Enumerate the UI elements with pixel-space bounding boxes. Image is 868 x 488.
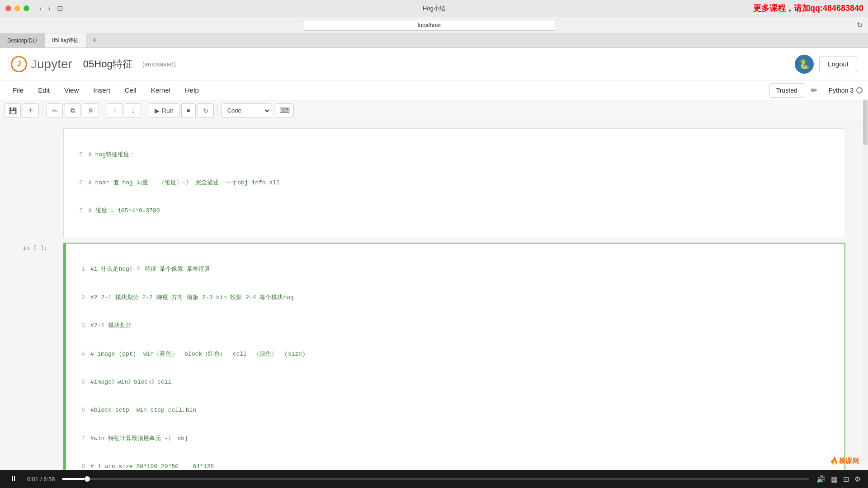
- titlebar: ‹ › ⊡ Hog小结 更多课程，请加qq:484683840: [0, 0, 868, 17]
- active-line-2-content: #2 2·1 模块划分 2·2 梯度 方向 模版 2·3 bin 投影 2·4 …: [90, 293, 294, 303]
- tab-notebook[interactable]: 05Hog特征: [45, 33, 86, 47]
- line-num-5: 5: [69, 150, 83, 160]
- bottom-controls: 🔊 ▦ ⊡ ⚙: [816, 475, 861, 483]
- add-cell-button[interactable]: +: [23, 103, 39, 118]
- move-down-button[interactable]: ↓: [125, 103, 141, 118]
- progress-bar[interactable]: [62, 478, 809, 480]
- tab-notebook-label: 05Hog特征: [52, 37, 79, 44]
- cell-type-select[interactable]: Code: [222, 103, 271, 118]
- active-cell: In [ ]: 1 #1 什么是hog》？ 特征 某个像素 某种运算 2 #2 …: [23, 243, 845, 470]
- refresh-button[interactable]: ↻: [857, 21, 863, 29]
- active-line-1: 1 #1 什么是hog》？ 特征 某个像素 某种运算: [71, 265, 839, 274]
- trusted-button[interactable]: Trusted: [769, 83, 804, 98]
- menu-edit[interactable]: Edit: [31, 84, 57, 97]
- menu-insert[interactable]: Insert: [86, 84, 118, 97]
- header-right: 🐍 Logout: [795, 55, 857, 74]
- window-title: Hog小结: [423, 5, 445, 13]
- active-line-num-6: 6: [71, 406, 85, 415]
- inactive-cell-content[interactable]: 5 # hog特征维度： 6 # haar 值 hog 向量 （维度）-》 完全…: [63, 128, 845, 238]
- settings-icon-2[interactable]: ⊡: [843, 475, 849, 483]
- menu-kernel[interactable]: Kernel: [144, 84, 178, 97]
- active-line-num-1: 1: [71, 265, 85, 274]
- tab-add-button[interactable]: +: [86, 33, 102, 47]
- settings-icon-1[interactable]: ▦: [831, 475, 838, 483]
- keyboard-shortcut-button[interactable]: ⌨: [276, 103, 294, 118]
- time-display: 0:01 / 6:56: [27, 476, 55, 483]
- toolbar: 💾 + ✂ ⧉ ⎘ ↑ ↓ ▶ Run ■ ↻ Code ⌨: [0, 100, 868, 121]
- active-line-7: 7 #win 特征计算最顶层单元 -》 obj: [71, 434, 839, 444]
- nav-arrows: ‹ ›: [37, 4, 53, 14]
- traffic-lights: [5, 5, 29, 11]
- close-button[interactable]: [5, 5, 11, 11]
- notebook-area: 5 # hog特征维度： 6 # haar 值 hog 向量 （维度）-》 完全…: [0, 121, 868, 470]
- kernel-status-circle: [856, 87, 863, 94]
- copy-button[interactable]: ⧉: [65, 103, 81, 118]
- run-button[interactable]: ▶ Run: [149, 103, 179, 118]
- volume-icon[interactable]: 🔊: [816, 475, 826, 483]
- restart-button[interactable]: ↻: [198, 103, 214, 118]
- active-line-3-content: #2·1 模块划分: [90, 321, 132, 331]
- sidebar-toggle-button[interactable]: ⊡: [57, 4, 63, 13]
- tab-desktop[interactable]: Desktop/DL/: [0, 33, 45, 47]
- tab-desktop-label: Desktop/DL/: [7, 38, 37, 44]
- python-logo: 🐍: [795, 55, 814, 74]
- toolbar-separator-4: [217, 105, 218, 116]
- kernel-info: Python 3: [829, 87, 863, 94]
- play-pause-button[interactable]: ⏸: [7, 473, 20, 485]
- url-input[interactable]: [303, 20, 556, 31]
- scrollbar[interactable]: [863, 99, 868, 461]
- code-line-5: 5 # hog特征维度：: [69, 150, 840, 160]
- active-line-4-content: # image (ppt) win（蓝色） block（红色） cell （绿色…: [90, 350, 306, 359]
- active-line-num-4: 4: [71, 350, 85, 359]
- maximize-button[interactable]: [24, 5, 29, 11]
- forward-button[interactable]: ›: [45, 4, 53, 14]
- jupyter-logo-text: Jupyter: [31, 57, 72, 71]
- active-cell-content[interactable]: 1 #1 什么是hog》？ 特征 某个像素 某种运算 2 #2 2·1 模块划分…: [63, 243, 845, 470]
- jupyter-header: J Jupyter 05Hog特征 (autosaved) 🐍 Logout: [0, 48, 868, 80]
- active-line-8-content: # 1 win size 50*100 20*50 64*128: [90, 462, 214, 470]
- tabbar: Desktop/DL/ 05Hog特征 +: [0, 33, 868, 48]
- active-line-5: 5 #image》win》block》cell: [71, 378, 839, 387]
- back-button[interactable]: ‹: [37, 4, 44, 14]
- active-line-num-5: 5: [71, 378, 85, 387]
- jupyter-logo-symbol: J: [17, 60, 21, 68]
- inactive-cell: 5 # hog特征维度： 6 # haar 值 hog 向量 （维度）-》 完全…: [23, 128, 845, 238]
- active-code-area: 1 #1 什么是hog》？ 特征 某个像素 某种运算 2 #2 2·1 模块划分…: [66, 244, 844, 470]
- active-line-5-content: #image》win》block》cell: [90, 378, 171, 387]
- kernel-label: Python 3: [829, 87, 854, 94]
- edit-pencil-icon[interactable]: ✏: [809, 84, 819, 97]
- mooc-logo: 🔥慕课网: [830, 457, 859, 465]
- active-cell-label: In [ ]:: [23, 243, 63, 251]
- menu-right: Trusted ✏ Python 3: [769, 83, 863, 98]
- cut-button[interactable]: ✂: [47, 103, 63, 118]
- logout-button[interactable]: Logout: [819, 56, 857, 72]
- run-label: Run: [162, 107, 174, 114]
- menu-view[interactable]: View: [57, 84, 86, 97]
- jupyter-logo: J Jupyter: [11, 56, 72, 72]
- menu-divider: [824, 85, 824, 96]
- paste-button[interactable]: ⎘: [83, 103, 99, 118]
- inactive-code-area: 5 # hog特征维度： 6 # haar 值 hog 向量 （维度）-》 完全…: [64, 129, 845, 238]
- save-button[interactable]: 💾: [5, 103, 21, 118]
- stop-button[interactable]: ■: [181, 103, 196, 118]
- watermark: 更多课程，请加qq:484683840: [753, 3, 863, 14]
- progress-bar-fill: [62, 478, 85, 480]
- bottombar: ⏸ 0:01 / 6:56 🔊 ▦ ⊡ ⚙: [0, 470, 868, 488]
- settings-icon-3[interactable]: ⚙: [854, 475, 861, 483]
- code-line-6: 6 # haar 值 hog 向量 （维度）-》 完全描述 一个obj info…: [69, 178, 840, 188]
- line-5-content: # hog特征维度：: [88, 150, 135, 160]
- line-num-7: 7: [69, 206, 83, 216]
- move-up-button[interactable]: ↑: [107, 103, 123, 118]
- active-line-8: 8 # 1 win size 50*100 20*50 64*128: [71, 462, 839, 470]
- menubar: File Edit View Insert Cell Kernel Help T…: [0, 80, 868, 100]
- line-num-6: 6: [69, 178, 83, 188]
- scroll-thumb[interactable]: [863, 100, 868, 145]
- menu-cell[interactable]: Cell: [118, 84, 144, 97]
- active-line-num-8: 8: [71, 462, 85, 470]
- menu-help[interactable]: Help: [178, 84, 206, 97]
- menu-file[interactable]: File: [5, 84, 31, 97]
- line-7-content: # 维度 = 105*4*9=3780: [88, 206, 160, 216]
- minimize-button[interactable]: [14, 5, 20, 11]
- line-6-content: # haar 值 hog 向量 （维度）-》 完全描述 一个obj info a…: [88, 178, 280, 188]
- addressbar: ↻: [0, 17, 868, 33]
